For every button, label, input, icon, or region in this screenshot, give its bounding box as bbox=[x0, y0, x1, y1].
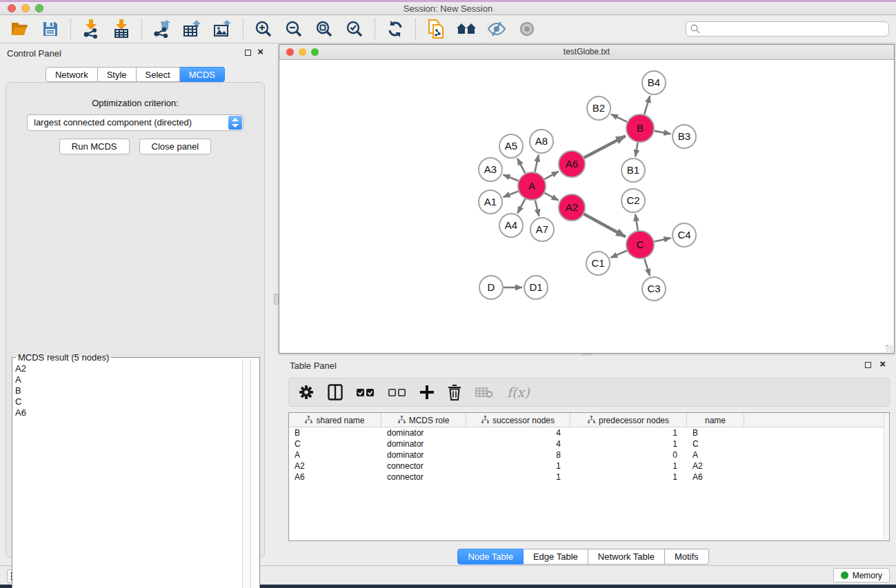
graph-edge-A2-C[interactable] bbox=[584, 214, 626, 237]
table-cell[interactable]: 8 bbox=[466, 449, 570, 460]
node-table[interactable]: shared nameMCDS rolesuccessor nodesprede… bbox=[288, 412, 890, 541]
tab-style[interactable]: Style bbox=[98, 67, 137, 82]
graph-edge-A-A2[interactable] bbox=[545, 193, 559, 201]
refresh-icon[interactable] bbox=[385, 19, 406, 39]
graph-edge-A-A6[interactable] bbox=[544, 172, 558, 179]
graph-edge-B-B3[interactable] bbox=[655, 131, 671, 134]
table-cell[interactable]: 4 bbox=[466, 427, 570, 438]
tab-network-table[interactable]: Network Table bbox=[588, 549, 665, 565]
column-header-predecessor-nodes[interactable]: predecessor nodes bbox=[570, 413, 687, 427]
table-row[interactable]: A6connector11A6 bbox=[289, 472, 889, 483]
table-row[interactable]: A2connector11A2 bbox=[289, 460, 889, 472]
table-cell[interactable]: A bbox=[289, 449, 381, 460]
tab-mcds[interactable]: MCDS bbox=[180, 67, 225, 82]
run-mcds-button[interactable]: Run MCDS bbox=[59, 139, 130, 154]
table-cell[interactable]: 1 bbox=[570, 460, 687, 472]
mcds-result-list[interactable]: A2ABCA6 bbox=[12, 358, 259, 418]
table-cell[interactable]: dominator bbox=[381, 438, 466, 449]
column-header-shared-name[interactable]: shared name bbox=[289, 413, 381, 427]
table-row[interactable]: Adominator80A bbox=[289, 449, 889, 460]
criterion-dropdown[interactable]: largest connected component (directed) bbox=[27, 114, 243, 131]
tab-edge-table[interactable]: Edge Table bbox=[524, 549, 588, 565]
close-panel-button[interactable]: Close panel bbox=[139, 139, 212, 154]
graph-edge-A-A4[interactable] bbox=[517, 199, 525, 214]
export-table-icon[interactable] bbox=[182, 19, 203, 39]
select-all-checks-icon[interactable] bbox=[357, 388, 375, 397]
graph-edge-A-A7[interactable] bbox=[535, 200, 539, 216]
graph-edge-C-C1[interactable] bbox=[610, 250, 627, 257]
tab-node-table[interactable]: Node Table bbox=[457, 549, 524, 565]
graph-edge-B-B4[interactable] bbox=[644, 96, 650, 114]
save-icon[interactable] bbox=[40, 19, 61, 39]
minimize-traffic-light[interactable] bbox=[21, 4, 30, 12]
net-minimize-traffic-light[interactable] bbox=[299, 48, 306, 56]
zoom-fit-icon[interactable] bbox=[314, 19, 335, 39]
memory-button[interactable]: Memory bbox=[833, 568, 890, 582]
table-cell[interactable]: 1 bbox=[570, 427, 687, 438]
table-row[interactable]: Bdominator41B bbox=[289, 427, 889, 438]
graph-edge-A-A8[interactable] bbox=[535, 155, 538, 172]
table-cell[interactable]: 1 bbox=[466, 472, 570, 483]
graph-edge-C-C3[interactable] bbox=[644, 258, 650, 276]
node-table-body[interactable]: Bdominator41BCdominator41CAdominator80AA… bbox=[289, 427, 889, 483]
table-cell[interactable]: connector bbox=[381, 460, 466, 472]
table-cell[interactable]: B bbox=[687, 427, 744, 438]
delete-trash-icon[interactable] bbox=[448, 385, 461, 401]
mcds-result-item[interactable]: C bbox=[15, 396, 259, 407]
table-cell[interactable]: A2 bbox=[687, 460, 744, 472]
mcds-result-item[interactable]: A2 bbox=[15, 363, 259, 374]
export-network-icon[interactable] bbox=[152, 19, 172, 39]
table-cell[interactable]: A2 bbox=[289, 460, 381, 472]
zoom-in-icon[interactable] bbox=[253, 19, 274, 39]
zoom-selected-icon[interactable] bbox=[344, 19, 365, 39]
close-panel-icon[interactable]: × bbox=[257, 45, 263, 58]
network-graph[interactable]: B4B2BB3A5A8A6A3B1AA1C2A2A4A7C4CC1DD1C3 bbox=[279, 60, 894, 353]
open-session-file-icon[interactable] bbox=[426, 19, 446, 39]
table-row[interactable]: Cdominator41C bbox=[289, 438, 889, 449]
net-close-traffic-light[interactable] bbox=[286, 48, 294, 56]
network-window-titlebar[interactable]: testGlobe.txt bbox=[279, 45, 894, 60]
table-cell[interactable]: A6 bbox=[687, 472, 744, 483]
tab-select[interactable]: Select bbox=[137, 67, 180, 82]
table-cell[interactable]: B bbox=[289, 427, 381, 438]
mcds-result-item[interactable]: B bbox=[15, 385, 259, 396]
graph-edge-A-A1[interactable] bbox=[504, 192, 519, 197]
export-image-icon[interactable] bbox=[212, 19, 233, 39]
mcds-result-item[interactable]: A bbox=[15, 374, 259, 385]
home-networks-icon[interactable] bbox=[456, 19, 477, 39]
zoom-out-icon[interactable] bbox=[283, 19, 304, 39]
search-input[interactable] bbox=[686, 21, 889, 37]
table-cell[interactable]: C bbox=[289, 438, 381, 449]
zoom-traffic-light[interactable] bbox=[35, 4, 43, 12]
table-cell[interactable]: C bbox=[687, 438, 744, 449]
window-resize-grip[interactable] bbox=[886, 345, 893, 352]
table-cell[interactable]: connector bbox=[381, 472, 466, 483]
vertical-split-handle[interactable] bbox=[274, 294, 279, 305]
close-table-panel-icon[interactable]: × bbox=[879, 358, 886, 370]
table-cell[interactable]: A bbox=[687, 449, 744, 460]
net-zoom-traffic-light[interactable] bbox=[311, 48, 319, 56]
graph-edge-A-A5[interactable] bbox=[517, 159, 525, 174]
import-network-icon[interactable] bbox=[81, 19, 101, 39]
table-cell[interactable]: dominator bbox=[381, 427, 466, 438]
import-table-icon[interactable] bbox=[111, 19, 132, 39]
column-browser-icon[interactable] bbox=[328, 384, 343, 401]
float-panel-icon[interactable] bbox=[245, 50, 251, 56]
tab-motifs[interactable]: Motifs bbox=[665, 549, 709, 565]
graph-edge-C-C2[interactable] bbox=[635, 214, 638, 230]
table-cell[interactable]: 1 bbox=[570, 472, 687, 483]
table-cell[interactable]: 4 bbox=[466, 438, 570, 449]
graph-edge-A6-B[interactable] bbox=[584, 136, 626, 158]
mcds-result-item[interactable]: A6 bbox=[15, 407, 259, 418]
graph-edge-B-B2[interactable] bbox=[611, 114, 627, 122]
table-cell[interactable]: A6 bbox=[289, 472, 381, 483]
settings-gear-icon[interactable] bbox=[299, 385, 314, 400]
column-header-MCDS-role[interactable]: MCDS role bbox=[381, 413, 466, 427]
node-table-scrollbar[interactable] bbox=[884, 413, 889, 540]
show-all-eye-icon[interactable] bbox=[517, 19, 537, 39]
node-table-header[interactable]: shared nameMCDS rolesuccessor nodesprede… bbox=[289, 413, 889, 427]
graph-edge-A-A3[interactable] bbox=[504, 174, 519, 181]
add-column-plus-icon[interactable] bbox=[420, 385, 434, 399]
table-cell[interactable]: 1 bbox=[570, 438, 687, 449]
table-cell[interactable]: dominator bbox=[381, 449, 466, 460]
